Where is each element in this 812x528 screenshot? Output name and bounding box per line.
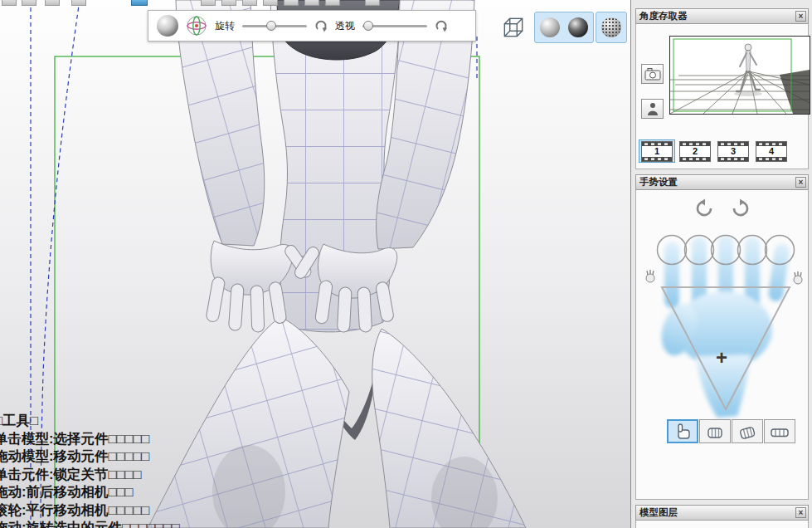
camera-angle-slot-2[interactable]: 2 <box>677 139 713 163</box>
gesture-panel-body: + <box>635 190 809 500</box>
3d-viewport[interactable]: 旋转 透视 <box>0 0 630 528</box>
rotate-ccw-icon[interactable] <box>693 198 715 218</box>
perspective-reset-icon[interactable] <box>435 19 448 32</box>
hand-gesture-widget[interactable] <box>641 223 807 423</box>
close-icon: × <box>799 508 804 517</box>
app-window: 旋转 透视 <box>0 0 812 528</box>
gyro-globe-icon[interactable] <box>186 15 207 37</box>
cut-toolbar-icon[interactable] <box>325 0 340 6</box>
close-button[interactable]: × <box>795 177 806 188</box>
gesture-panel-title: 手势设置 <box>639 176 678 188</box>
rotate-cw-icon[interactable] <box>730 198 751 218</box>
pose-preset-point-button[interactable] <box>667 419 698 443</box>
perspective-slider-handle[interactable] <box>363 21 373 31</box>
layer-panel-title: 模型图层 <box>639 506 678 519</box>
cube-icon <box>500 14 527 41</box>
mouse-hints: □工具□ 单击模型:选择元件□□□□□ 拖动模型:移动元件□□□□□ 单击元件:… <box>0 412 180 528</box>
rotate-slider-handle[interactable] <box>266 21 276 31</box>
camera-icon <box>644 67 661 81</box>
perspective-slider[interactable] <box>362 19 427 32</box>
figure-view-button[interactable] <box>641 99 664 119</box>
cut-toolbar-icon[interactable] <box>71 0 86 6</box>
angle-preview-thumbnail[interactable] <box>669 36 810 115</box>
mini-hand-left-icon[interactable] <box>646 270 654 282</box>
camera-angle-slot-1[interactable]: 1 <box>639 139 675 163</box>
rotate-slider[interactable] <box>242 19 307 32</box>
camera-angle-slot-4[interactable]: 4 <box>753 139 790 163</box>
close-icon: × <box>799 178 804 187</box>
layer-panel-header: 模型图层 × <box>635 505 809 521</box>
person-icon <box>647 102 659 116</box>
cut-toolbar-icon[interactable] <box>22 0 36 6</box>
hint-line: 单击元件:锁定关节□□□□ <box>0 466 180 484</box>
model-layer-panel: 模型图层 × <box>635 505 809 528</box>
cut-toolbar-icon[interactable] <box>221 0 236 6</box>
layer-panel-body <box>635 521 809 528</box>
hint-line: 滚轮:平行移动相机□□□□□ <box>0 501 180 520</box>
pose-preset-fist2-button[interactable] <box>732 419 763 443</box>
pose-preset-flat-button[interactable] <box>764 419 795 443</box>
hint-line: □工具□ <box>0 412 180 430</box>
point-hand-icon <box>673 423 693 441</box>
perspective-label: 透视 <box>335 19 355 33</box>
pose-preset-fist-button[interactable] <box>699 419 731 443</box>
shaded-sphere-icon[interactable] <box>157 15 178 37</box>
hand-rotate-controls <box>636 198 808 218</box>
mini-hand-right-icon[interactable] <box>794 271 802 284</box>
slot-number: 3 <box>716 146 751 156</box>
angle-accessor-panel: 角度存取器 × <box>635 8 809 169</box>
angle-panel-body: 1 2 <box>635 24 809 169</box>
render-style-halftone-button[interactable] <box>596 12 627 43</box>
hand-gesture-canvas[interactable] <box>641 223 807 423</box>
gesture-settings-panel: 手势设置 × <box>635 174 809 500</box>
cut-toolbar-icon[interactable] <box>304 0 319 6</box>
hint-line: 单击模型:选择元件□□□□□ <box>0 430 180 448</box>
camera-angle-slot-3[interactable]: 3 <box>715 139 751 163</box>
cut-toolbar-icon[interactable] <box>2 0 17 6</box>
cut-toolbar-icon[interactable] <box>263 0 278 6</box>
plus-icon: + <box>716 346 727 369</box>
render-style-dark-button[interactable] <box>566 15 591 40</box>
close-icon: × <box>799 12 804 21</box>
render-style-group <box>534 12 594 43</box>
cut-toolbar-icon[interactable] <box>365 0 380 6</box>
right-sidebar: 角度存取器 × <box>630 0 812 528</box>
hand-pose-presets <box>667 419 795 443</box>
dark-sphere-icon <box>568 17 588 37</box>
angle-panel-header: 角度存取器 × <box>635 8 809 24</box>
rotate-reset-icon[interactable] <box>314 19 328 32</box>
cut-toolbar-icon[interactable] <box>242 0 257 6</box>
rotate-label: 旋转 <box>215 19 235 33</box>
halftone-sphere-icon <box>601 17 621 37</box>
hint-line: 拖动模型:移动元件□□□□□ <box>0 447 180 466</box>
wireframe-cube-button[interactable] <box>499 13 528 42</box>
hint-line: 拖动:前后移动相机□□□ <box>0 483 180 501</box>
slot-number: 1 <box>639 146 674 156</box>
close-button[interactable]: × <box>795 507 806 518</box>
gesture-panel-header: 手势设置 × <box>635 174 809 190</box>
matte-sphere-icon <box>540 17 560 37</box>
angle-panel-title: 角度存取器 <box>639 10 688 22</box>
camera-toolbar: 旋转 透视 <box>148 10 476 42</box>
cut-toolbar-icon[interactable] <box>284 0 299 6</box>
render-style-matte-button[interactable] <box>537 15 562 40</box>
camera-angle-slots: 1 2 <box>639 139 790 163</box>
flat-hand-icon <box>770 423 790 441</box>
slot-number: 2 <box>678 146 712 156</box>
close-button[interactable]: × <box>795 11 806 22</box>
fist-hand-icon <box>705 423 725 441</box>
cut-toolbar-icon-active[interactable] <box>131 0 148 6</box>
slot-number: 4 <box>754 146 789 156</box>
angle-preview-scene <box>670 37 810 114</box>
hint-line: 拖动:旋转选中的元件□□□□□□□ <box>0 519 180 528</box>
fist-tilted-hand-icon <box>737 423 757 441</box>
cut-toolbar-icon[interactable] <box>201 0 216 6</box>
camera-capture-button[interactable] <box>641 64 664 84</box>
cut-toolbar-icon[interactable] <box>45 0 60 6</box>
